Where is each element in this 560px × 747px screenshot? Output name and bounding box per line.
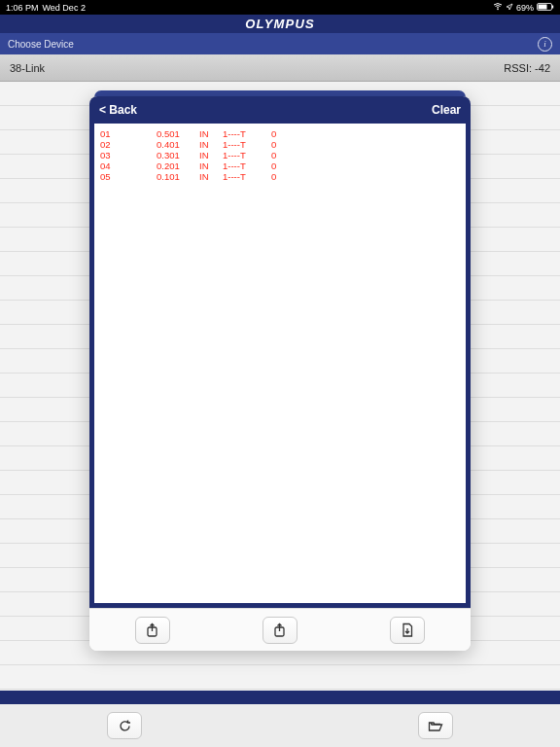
modal-toolbar	[89, 608, 471, 651]
row-unit: IN	[195, 172, 219, 183]
svg-point-0	[497, 8, 499, 10]
modal-header: < Back Clear	[89, 96, 471, 124]
data-table: 010.501IN1----T0020.401IN1----T0030.301I…	[96, 129, 297, 183]
data-modal: < Back Clear 010.501IN1----T0020.401IN1-…	[89, 96, 471, 651]
device-bar[interactable]: 38-Link RSSI: -42	[0, 54, 560, 82]
table-row: 030.301IN1----T0	[96, 151, 297, 161]
export-file-button[interactable]	[390, 617, 425, 644]
device-rssi: RSSI: -42	[504, 62, 550, 74]
share-button-1[interactable]	[135, 617, 170, 644]
table-row: 050.101IN1----T0	[96, 172, 297, 183]
share-button-2[interactable]	[262, 617, 298, 644]
back-button[interactable]: < Back	[99, 103, 137, 117]
refresh-button[interactable]	[107, 712, 142, 739]
row-value: 0.101	[153, 172, 195, 183]
battery-icon	[537, 3, 554, 13]
battery-percent: 69%	[516, 3, 534, 13]
app-header: OLYMPUS	[0, 15, 560, 33]
brand-logo: OLYMPUS	[245, 17, 315, 31]
row-code: 1----T	[219, 172, 267, 183]
svg-rect-2	[539, 4, 547, 9]
bottom-bar	[0, 691, 560, 747]
clear-button[interactable]: Clear	[432, 103, 461, 117]
bottom-divider	[0, 691, 560, 704]
table-row: 040.201IN1----T0	[96, 161, 297, 172]
status-bar: 1:06 PM Wed Dec 2 69%	[0, 0, 560, 15]
location-icon	[506, 3, 513, 13]
folder-button[interactable]	[418, 712, 453, 739]
row-flag: 0	[267, 172, 297, 183]
choose-device-label[interactable]: Choose Device	[8, 39, 74, 50]
wifi-icon	[493, 3, 503, 13]
svg-rect-3	[552, 5, 553, 8]
device-name: 38-Link	[10, 62, 45, 74]
table-row: 010.501IN1----T0	[96, 129, 297, 140]
table-row: 020.401IN1----T0	[96, 140, 297, 151]
row-id: 05	[96, 172, 153, 183]
status-time: 1:06 PM	[6, 3, 39, 13]
modal-body: 010.501IN1----T0020.401IN1----T0030.301I…	[89, 124, 471, 603]
subheader: Choose Device i	[0, 33, 560, 54]
info-icon[interactable]: i	[538, 37, 552, 52]
status-date: Wed Dec 2	[43, 3, 86, 13]
bottom-toolbar	[0, 704, 560, 747]
